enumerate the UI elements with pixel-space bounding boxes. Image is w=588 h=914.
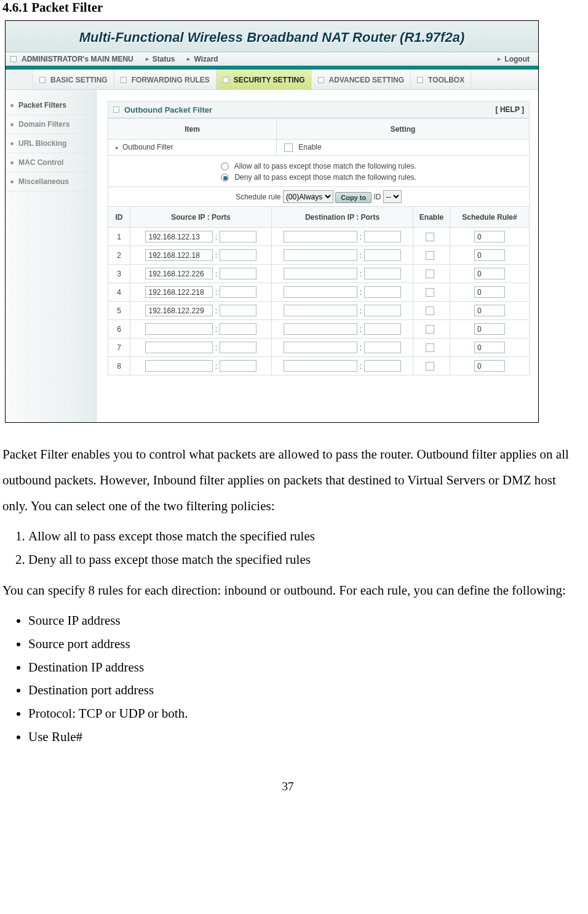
schedule-rule-input[interactable]: [474, 268, 505, 279]
nav-logout[interactable]: Logout: [504, 55, 530, 63]
source-port-input[interactable]: [220, 360, 256, 372]
destination-port-input[interactable]: [364, 231, 401, 243]
destination-port-input[interactable]: [364, 268, 401, 279]
source-ip-input[interactable]: [145, 268, 213, 279]
row-enable-checkbox[interactable]: [426, 307, 434, 315]
source-ip-input[interactable]: [145, 231, 213, 243]
schedule-rule-select[interactable]: (00)Always: [283, 190, 333, 203]
tab-advanced-setting[interactable]: ADVANCED SETTING: [312, 70, 411, 89]
destination-ip-input[interactable]: [284, 249, 357, 261]
list-item: Use Rule#: [28, 726, 571, 749]
radio-allow-label: Allow all to pass except those match the…: [234, 162, 416, 170]
schedule-rule-input[interactable]: [474, 231, 505, 243]
tab-security-setting[interactable]: SECURITY SETTING: [217, 70, 312, 89]
tab-label: TOOLBOX: [428, 76, 464, 84]
destination-port-input[interactable]: [364, 305, 401, 316]
row-enable-checkbox[interactable]: [426, 325, 434, 334]
source-port-input[interactable]: [220, 249, 256, 261]
destination-ip-input[interactable]: [284, 360, 357, 372]
source-port-input[interactable]: [220, 342, 256, 353]
destination-ip-input[interactable]: [284, 268, 357, 279]
outbound-filter-label: Outbound Filter: [112, 143, 272, 151]
schedule-rule-input[interactable]: [474, 360, 505, 372]
tab-forwarding-rules[interactable]: FORWARDING RULES: [114, 70, 217, 89]
paragraph-2: You can specify 8 rules for each directi…: [2, 577, 571, 603]
square-icon: [417, 77, 423, 83]
row-enable-checkbox[interactable]: [426, 362, 434, 371]
table-row: 2 : :: [108, 246, 530, 265]
destination-port-input[interactable]: [364, 360, 401, 372]
panel-title: Outbound Packet Filter: [124, 105, 212, 114]
schedule-rule-input[interactable]: [474, 323, 505, 335]
source-port-input[interactable]: [220, 305, 256, 316]
destination-port-input[interactable]: [364, 286, 401, 298]
row-enable-checkbox[interactable]: [426, 233, 434, 241]
sidebar-item-domain-filters[interactable]: Domain Filters: [6, 115, 96, 134]
sidebar-item-url-blocking[interactable]: URL Blocking: [6, 134, 96, 153]
main-tabs: BASIC SETTING FORWARDING RULES SECURITY …: [6, 70, 538, 90]
radio-allow[interactable]: [221, 162, 229, 170]
schedule-rule-input[interactable]: [474, 249, 505, 261]
table-row: 1 : :: [108, 228, 530, 246]
paragraph-1: Packet Filter enables you to control wha…: [2, 441, 571, 519]
nav-wizard[interactable]: Wizard: [194, 55, 218, 63]
source-ip-input[interactable]: [145, 305, 213, 316]
tab-toolbox[interactable]: TOOLBOX: [411, 70, 471, 89]
row-enable-checkbox[interactable]: [426, 251, 434, 260]
square-icon: [113, 106, 119, 113]
schedule-rule-input[interactable]: [474, 286, 505, 298]
source-ip-input[interactable]: [145, 249, 213, 261]
row-enable-checkbox[interactable]: [426, 343, 434, 352]
th-source: Source IP : Ports: [130, 207, 272, 228]
caret-icon: ▸: [498, 55, 501, 62]
content-panel: Outbound Packet Filter [ HELP ] Item Set…: [97, 90, 538, 422]
source-port-input[interactable]: [220, 286, 256, 298]
source-ip-input[interactable]: [145, 360, 213, 372]
caret-icon: ▸: [187, 55, 190, 62]
source-port-input[interactable]: [220, 268, 256, 279]
destination-ip-input[interactable]: [284, 231, 357, 243]
help-link[interactable]: [ HELP ]: [496, 105, 524, 114]
row-enable-checkbox[interactable]: [426, 270, 434, 278]
list-item: Source port address: [28, 633, 571, 656]
destination-port-input[interactable]: [364, 323, 401, 335]
cell-id: 3: [108, 265, 130, 283]
th-schedule-rule: Schedule Rule#: [450, 207, 530, 228]
destination-ip-input[interactable]: [284, 323, 357, 335]
tab-spacer: [471, 70, 538, 89]
destination-port-input[interactable]: [364, 249, 401, 261]
source-ip-input[interactable]: [145, 342, 213, 353]
square-icon: [318, 77, 324, 83]
square-icon: [10, 56, 17, 62]
sidebar-item-packet-filters[interactable]: Packet Filters: [6, 96, 96, 115]
source-ip-input[interactable]: [145, 323, 213, 335]
radio-deny[interactable]: [221, 174, 229, 182]
list-item: Destination IP address: [28, 656, 571, 679]
rules-table: ID Source IP : Ports Destination IP : Po…: [108, 206, 530, 375]
nav-status[interactable]: Status: [153, 55, 175, 63]
source-port-input[interactable]: [220, 231, 256, 243]
sidebar-item-mac-control[interactable]: MAC Control: [6, 153, 96, 172]
tab-basic-setting[interactable]: BASIC SETTING: [33, 70, 114, 89]
schedule-rule-label: Schedule rule: [236, 193, 280, 201]
schedule-rule-input[interactable]: [474, 305, 505, 316]
th-item: Item: [108, 119, 277, 140]
id-select[interactable]: --: [383, 190, 402, 203]
destination-port-input[interactable]: [364, 342, 401, 353]
schedule-rule-input[interactable]: [474, 342, 505, 353]
policy-list: Allow all to pass except those match the…: [28, 525, 571, 571]
sidebar-item-miscellaneous[interactable]: Miscellaneous: [6, 172, 96, 191]
copy-to-button[interactable]: Copy to: [335, 192, 371, 203]
config-table-top: Item Setting Outbound Filter Enable: [108, 118, 530, 207]
id-label: ID: [374, 193, 381, 201]
source-ip-input[interactable]: [145, 286, 213, 298]
sidebar: Packet Filters Domain Filters URL Blocki…: [6, 90, 97, 422]
destination-ip-input[interactable]: [284, 305, 357, 316]
enable-checkbox[interactable]: [284, 143, 293, 152]
row-enable-checkbox[interactable]: [426, 288, 434, 297]
destination-ip-input[interactable]: [284, 286, 357, 298]
table-row: 5 : :: [108, 302, 530, 320]
tab-label: ADVANCED SETTING: [329, 76, 404, 84]
source-port-input[interactable]: [220, 323, 256, 335]
destination-ip-input[interactable]: [284, 342, 357, 353]
